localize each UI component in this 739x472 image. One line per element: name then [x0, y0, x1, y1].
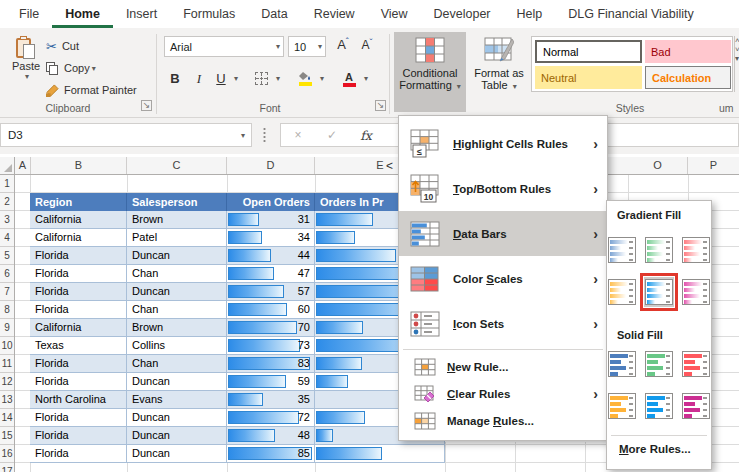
clipboard-dialog-launcher-icon[interactable]: ↘: [141, 100, 152, 111]
region-cell[interactable]: Florida: [30, 265, 127, 283]
borders-dropdown[interactable]: ▾: [272, 68, 282, 89]
tab-formulas[interactable]: Formulas: [170, 1, 248, 28]
salesperson-cell[interactable]: Chan: [127, 355, 227, 373]
table-header-open-orders[interactable]: Open Orders: [227, 193, 315, 211]
cell-style-normal[interactable]: Normal: [535, 40, 642, 63]
select-all-corner[interactable]: [0, 157, 15, 174]
row-header-3[interactable]: 3: [0, 211, 14, 229]
formula-bar-drag-handle[interactable]: [263, 127, 266, 143]
row-header-9[interactable]: 9: [0, 319, 14, 337]
gallery-scroll-buttons[interactable]: ˄˅▾: [734, 36, 739, 92]
region-cell[interactable]: North Carolina: [30, 391, 127, 409]
menu-item-highlight-cells-rules[interactable]: ≤ Highlight Cells Rules ›: [399, 121, 607, 166]
row-header-10[interactable]: 10: [0, 337, 14, 355]
salesperson-cell[interactable]: Chan: [127, 301, 227, 319]
cell-style-neutral[interactable]: Neutral: [535, 66, 642, 89]
column-header-a[interactable]: A: [15, 157, 31, 174]
column-header-d[interactable]: D: [227, 157, 315, 174]
salesperson-cell[interactable]: Duncan: [127, 373, 227, 391]
region-cell[interactable]: Florida: [30, 409, 127, 427]
solid-data-bar-style[interactable]: [681, 349, 711, 379]
tab-help[interactable]: Help: [504, 1, 556, 28]
column-header-o[interactable]: O: [628, 157, 688, 174]
tab-dlg-financial-viability[interactable]: DLG Financial Viability: [555, 1, 707, 28]
menu-item-data-bars[interactable]: Data Bars ›: [399, 211, 607, 256]
salesperson-cell[interactable]: Brown: [127, 211, 227, 229]
salesperson-cell[interactable]: Duncan: [127, 283, 227, 301]
menu-item-top-bottom-rules[interactable]: 10 Top/Bottom Rules ›: [399, 166, 607, 211]
open-orders-cell[interactable]: 73: [227, 337, 315, 355]
menu-item-icon-sets[interactable]: Icon Sets ›: [399, 301, 607, 346]
salesperson-cell[interactable]: Evans: [127, 391, 227, 409]
font-color-dropdown[interactable]: ▾: [360, 68, 370, 89]
region-cell[interactable]: Florida: [30, 283, 127, 301]
solid-data-bar-style[interactable]: [681, 391, 711, 421]
region-cell[interactable]: Florida: [30, 445, 127, 463]
font-dialog-launcher-icon[interactable]: ↘: [375, 100, 386, 111]
decrease-font-size-button[interactable]: Aˇ: [356, 34, 378, 55]
open-orders-cell[interactable]: 59: [227, 373, 315, 391]
row-header-4[interactable]: 4: [0, 229, 14, 247]
salesperson-cell[interactable]: Collins: [127, 337, 227, 355]
tab-view[interactable]: View: [368, 1, 421, 28]
salesperson-cell[interactable]: Chan: [127, 265, 227, 283]
open-orders-cell[interactable]: 72: [227, 409, 315, 427]
region-cell[interactable]: Florida: [30, 301, 127, 319]
column-header-c[interactable]: C: [127, 157, 227, 174]
open-orders-cell[interactable]: 31: [227, 211, 315, 229]
format-painter-button[interactable]: Format Painter: [46, 80, 137, 100]
row-header-15[interactable]: 15: [0, 427, 14, 445]
paste-button[interactable]: Paste ▾: [4, 33, 48, 101]
column-header-p[interactable]: P: [688, 157, 739, 174]
salesperson-cell[interactable]: Patel: [127, 229, 227, 247]
row-header-7[interactable]: 7: [0, 283, 14, 301]
solid-data-bar-style[interactable]: [607, 391, 637, 421]
format-as-table-button[interactable]: Format as Table ▾: [468, 32, 530, 112]
cancel-icon[interactable]: ×: [281, 128, 315, 142]
row-header-14[interactable]: 14: [0, 409, 14, 427]
borders-button[interactable]: [252, 68, 270, 89]
table-header-region[interactable]: Region: [30, 193, 127, 211]
font-size-combo[interactable]: 10▾: [288, 36, 326, 57]
row-header-11[interactable]: 11: [0, 355, 14, 373]
orders-in-process-cell[interactable]: [315, 445, 445, 463]
row-header-8[interactable]: 8: [0, 301, 14, 319]
region-cell[interactable]: Florida: [30, 247, 127, 265]
underline-button[interactable]: U: [212, 68, 230, 89]
tab-developer[interactable]: Developer: [421, 1, 504, 28]
open-orders-cell[interactable]: 60: [227, 301, 315, 319]
cell-style-bad[interactable]: Bad: [645, 40, 731, 63]
menu-item-color-scales[interactable]: Color Scales ›: [399, 256, 607, 301]
name-box[interactable]: D3 ▾: [0, 123, 252, 147]
increase-font-size-button[interactable]: Aˆ: [332, 34, 354, 55]
salesperson-cell[interactable]: Duncan: [127, 445, 227, 463]
column-header-b[interactable]: B: [31, 157, 127, 174]
row-header-6[interactable]: 6: [0, 265, 14, 283]
row-header-5[interactable]: 5: [0, 247, 14, 265]
row-header-13[interactable]: 13: [0, 391, 14, 409]
row-header-2[interactable]: 2: [0, 193, 14, 211]
open-orders-cell[interactable]: 34: [227, 229, 315, 247]
row-header-17[interactable]: 17: [0, 463, 14, 472]
open-orders-cell[interactable]: 57: [227, 283, 315, 301]
salesperson-cell[interactable]: Duncan: [127, 247, 227, 265]
salesperson-cell[interactable]: Duncan: [127, 409, 227, 427]
fill-color-button[interactable]: [296, 68, 314, 89]
tab-insert[interactable]: Insert: [113, 1, 170, 28]
enter-icon[interactable]: ✓: [315, 128, 349, 142]
open-orders-cell[interactable]: 47: [227, 265, 315, 283]
row-header-12[interactable]: 12: [0, 373, 14, 391]
salesperson-cell[interactable]: Duncan: [127, 427, 227, 445]
cell-style-calculation[interactable]: Calculation: [645, 66, 731, 89]
open-orders-cell[interactable]: 44: [227, 247, 315, 265]
menu-item-clear-rules[interactable]: Clear Rules ›: [399, 380, 607, 407]
italic-button[interactable]: I: [190, 68, 208, 89]
insert-function-icon[interactable]: fx: [349, 128, 383, 143]
fill-color-dropdown[interactable]: ▾: [316, 68, 326, 89]
row-header-1[interactable]: 1: [0, 175, 14, 193]
tab-data[interactable]: Data: [248, 1, 300, 28]
gradient-data-bar-style[interactable]: [681, 235, 711, 265]
gradient-data-bar-style[interactable]: [681, 277, 711, 307]
region-cell[interactable]: California: [30, 229, 127, 247]
open-orders-cell[interactable]: 83: [227, 355, 315, 373]
